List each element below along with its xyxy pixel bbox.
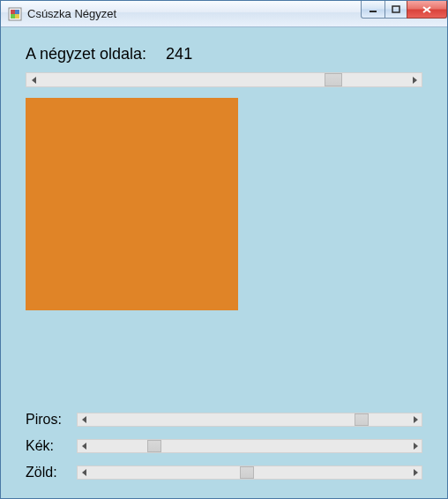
minimize-button[interactable] [361,1,385,19]
slider-arrow-right-icon[interactable] [409,466,422,479]
color-sliders-group: Piros: Kék: [26,401,422,480]
titlebar: Csúszka Négyzet [1,1,447,27]
svg-rect-4 [15,14,19,19]
slider-thumb[interactable] [355,413,369,426]
red-slider[interactable] [77,413,422,427]
slider-arrow-right-icon[interactable] [409,413,422,426]
svg-rect-3 [11,14,15,19]
svg-rect-5 [370,11,377,12]
window-buttons [362,1,447,26]
slider-arrow-left-icon[interactable] [78,440,90,452]
svg-rect-1 [11,10,15,14]
slider-thumb[interactable] [240,466,254,479]
maximize-button[interactable] [385,1,407,19]
blue-slider[interactable] [77,439,422,453]
red-row: Piros: [26,412,422,428]
svg-rect-2 [15,10,19,14]
green-label: Zöld: [26,465,77,480]
close-button[interactable] [407,1,447,19]
side-length-label: A négyzet oldala: [26,45,146,63]
slider-arrow-left-icon[interactable] [78,413,90,426]
green-slider[interactable] [77,465,422,480]
svg-rect-6 [392,6,399,12]
green-row: Zöld: [26,465,422,480]
slider-arrow-right-icon[interactable] [409,440,422,452]
slider-track[interactable] [41,73,407,86]
slider-arrow-left-icon[interactable] [78,466,90,479]
slider-track[interactable] [90,466,409,479]
slider-arrow-left-icon[interactable] [26,73,41,86]
color-square [26,98,238,310]
slider-track[interactable] [90,413,409,426]
slider-thumb[interactable] [325,73,342,86]
app-icon [8,7,22,21]
square-container [26,98,422,310]
slider-thumb[interactable] [147,440,161,452]
side-length-row: A négyzet oldala: 241 [26,45,422,63]
red-label: Piros: [26,412,77,428]
app-window: Csúszka Négyzet A négyzet oldala: 241 [0,0,448,499]
blue-label: Kék: [26,438,77,454]
slider-arrow-right-icon[interactable] [407,73,422,86]
blue-row: Kék: [26,438,422,454]
side-length-value: 241 [166,45,192,63]
client-area: A négyzet oldala: 241 Piros: [1,27,447,498]
side-length-slider[interactable] [26,72,422,87]
window-title: Csúszka Négyzet [27,7,362,20]
slider-track[interactable] [90,440,409,452]
